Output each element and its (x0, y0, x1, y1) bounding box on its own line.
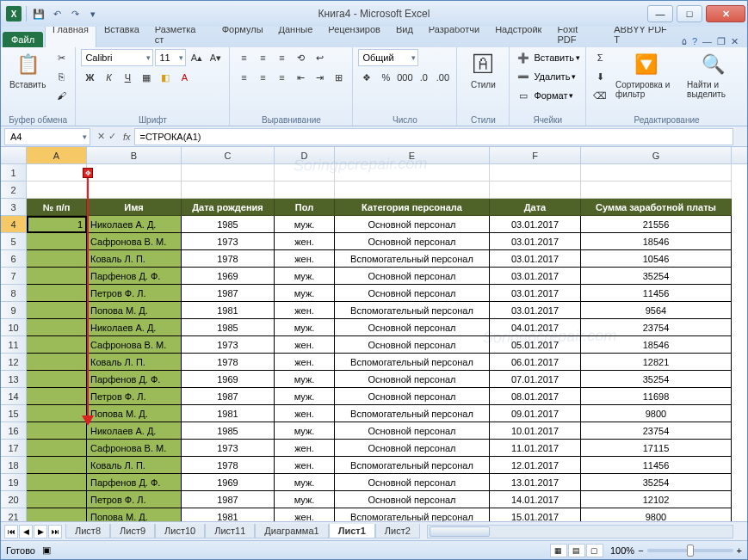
cell[interactable]: 12821 (581, 354, 732, 371)
cell[interactable] (490, 182, 581, 199)
cell[interactable]: муж. (275, 388, 335, 405)
row-header[interactable]: 10 (1, 319, 27, 336)
cell[interactable] (27, 268, 87, 285)
cell[interactable]: Попова М. Д. (87, 405, 182, 422)
row-header[interactable]: 8 (1, 285, 27, 302)
grid-rows[interactable]: ✥ 123№ п/пИмяДата рожденияПолКатегория п… (1, 164, 747, 521)
cell[interactable]: 9564 (581, 302, 732, 319)
fx-icon[interactable]: fx (120, 132, 134, 142)
cell[interactable]: 05.01.2017 (490, 336, 581, 354)
cell[interactable]: Вспомогательный персонал (335, 405, 490, 422)
cell[interactable]: 35254 (581, 268, 732, 285)
cell[interactable]: Основной персонал (335, 371, 490, 388)
cell[interactable]: 1981 (182, 508, 275, 521)
cell[interactable] (27, 405, 87, 422)
percent-icon[interactable]: % (377, 69, 394, 86)
cell[interactable]: Николаев А. Д. (87, 216, 182, 233)
cell[interactable]: 18546 (581, 233, 732, 250)
cell[interactable]: Николаев А. Д. (87, 319, 182, 336)
cell[interactable] (27, 250, 87, 268)
row-header[interactable]: 13 (1, 371, 27, 388)
cell[interactable]: Сафронова В. М. (87, 336, 182, 354)
cell[interactable]: жен. (275, 440, 335, 457)
cell[interactable]: Петров Ф. Л. (87, 491, 182, 508)
cell[interactable]: Основной персонал (335, 474, 490, 491)
cell[interactable]: 11456 (581, 457, 732, 474)
cell[interactable]: 1973 (182, 336, 275, 354)
column-header-B[interactable]: B (87, 147, 182, 163)
cell[interactable] (27, 302, 87, 319)
cell[interactable]: Пол (275, 199, 335, 216)
decrease-indent-icon[interactable]: ⇤ (292, 69, 309, 86)
cell[interactable]: муж. (275, 371, 335, 388)
font-name-combo[interactable]: Calibri (81, 49, 153, 66)
cell[interactable]: 17115 (581, 440, 732, 457)
align-center-icon[interactable]: ≡ (254, 69, 271, 86)
cell[interactable]: 11456 (581, 285, 732, 302)
file-tab[interactable]: Файл (3, 32, 43, 47)
cell[interactable]: 21556 (581, 216, 732, 233)
zoom-out-icon[interactable]: − (638, 545, 643, 556)
row-header[interactable]: 17 (1, 440, 27, 457)
cell[interactable]: 1969 (182, 371, 275, 388)
cell[interactable]: 1969 (182, 474, 275, 491)
cell[interactable]: 06.01.2017 (490, 354, 581, 371)
column-header-F[interactable]: F (490, 147, 581, 163)
orientation-icon[interactable]: ⟲ (292, 49, 309, 66)
paste-button[interactable]: 📋 Вставить (6, 49, 49, 91)
cell[interactable]: Основной персонал (335, 336, 490, 354)
row-header[interactable]: 1 (1, 164, 27, 182)
cell[interactable]: муж. (275, 285, 335, 302)
cell[interactable]: 03.01.2017 (490, 268, 581, 285)
fill-icon[interactable]: ⬇ (591, 68, 609, 85)
cell[interactable]: 1978 (182, 250, 275, 268)
window-restore-icon[interactable]: ❐ (717, 36, 726, 47)
select-all-corner[interactable] (1, 147, 27, 163)
sort-filter-button[interactable]: 🔽 Сортировка и фильтр (612, 49, 680, 101)
align-bottom-icon[interactable]: ≡ (273, 49, 290, 66)
cell[interactable]: Коваль Л. П. (87, 457, 182, 474)
cell[interactable]: Вспомогательный персонал (335, 302, 490, 319)
cell[interactable]: 1 (27, 216, 87, 233)
cell[interactable]: 09.01.2017 (490, 405, 581, 422)
row-header[interactable]: 6 (1, 250, 27, 268)
cell[interactable]: Петров Ф. Л. (87, 388, 182, 405)
cell[interactable]: 03.01.2017 (490, 285, 581, 302)
tab-nav-first-icon[interactable]: ⏮ (4, 525, 18, 538)
cell[interactable]: Парфенов Д. Ф. (87, 268, 182, 285)
row-header[interactable]: 11 (1, 336, 27, 354)
sheet-tab-Лист10[interactable]: Лист10 (155, 524, 205, 538)
cell[interactable] (275, 182, 335, 199)
row-header[interactable]: 16 (1, 422, 27, 440)
help-icon[interactable]: ? (692, 36, 697, 47)
cell[interactable]: Категория персонала (335, 199, 490, 216)
column-header-C[interactable]: C (182, 147, 275, 163)
qat-more-icon[interactable]: ▾ (85, 6, 101, 22)
row-header[interactable]: 9 (1, 302, 27, 319)
cell[interactable]: 11.01.2017 (490, 440, 581, 457)
cell[interactable]: 35254 (581, 371, 732, 388)
cell[interactable]: 03.01.2017 (490, 216, 581, 233)
cell[interactable] (87, 164, 182, 182)
italic-button[interactable]: К (100, 69, 117, 86)
cell[interactable]: 1985 (182, 422, 275, 440)
cell[interactable] (27, 440, 87, 457)
cell[interactable]: Парфенов Д. Ф. (87, 474, 182, 491)
format-cells-button[interactable]: ▭Формат▾ (515, 87, 573, 104)
cell[interactable]: 15.01.2017 (490, 508, 581, 521)
cell[interactable] (490, 164, 581, 182)
cell[interactable]: 18546 (581, 336, 732, 354)
sheet-tab-Лист2[interactable]: Лист2 (375, 524, 420, 538)
cut-icon[interactable]: ✂ (53, 49, 70, 66)
cell[interactable]: 10546 (581, 250, 732, 268)
cell[interactable]: 1981 (182, 405, 275, 422)
cell[interactable] (27, 285, 87, 302)
number-format-combo[interactable]: Общий (358, 49, 418, 66)
window-minimize-icon[interactable]: — (702, 36, 712, 47)
comma-icon[interactable]: 000 (396, 69, 413, 86)
cell[interactable] (335, 182, 490, 199)
cell[interactable]: 1985 (182, 319, 275, 336)
cell[interactable]: 04.01.2017 (490, 319, 581, 336)
cell[interactable]: муж. (275, 268, 335, 285)
cell[interactable]: Дата (490, 199, 581, 216)
